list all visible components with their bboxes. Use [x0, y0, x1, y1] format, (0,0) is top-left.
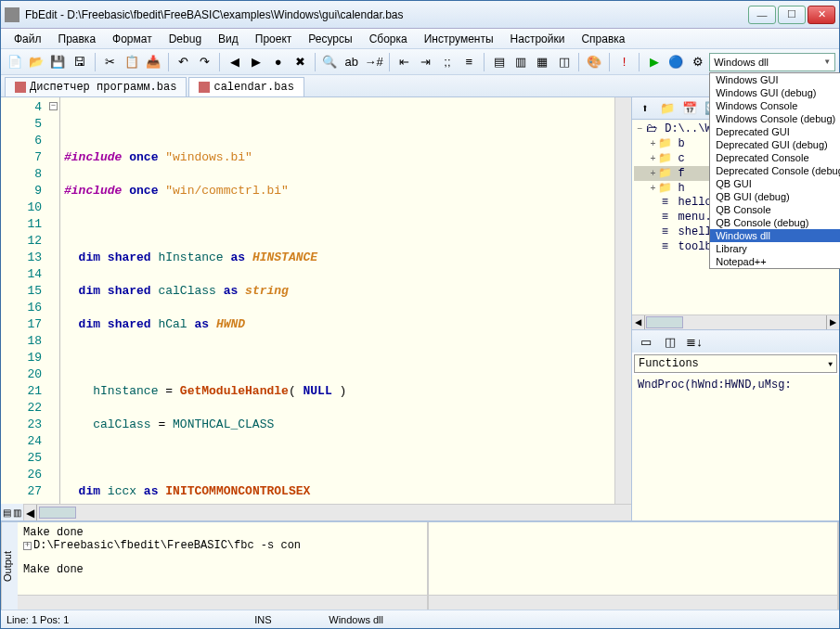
- menu-настройки[interactable]: Настройки: [503, 31, 573, 47]
- window-title: FbEdit - D:\Freebasic\fbedit\FreeBASIC\e…: [25, 8, 748, 21]
- view-hsplit-icon[interactable]: ▥: [510, 52, 530, 72]
- line-gutter: 4567891011121314151617181920212223242526…: [1, 97, 47, 504]
- build-target-dropdown[interactable]: Windows GUIWindows GUI (debug)Windows Co…: [709, 72, 840, 269]
- bookmark-prev-icon[interactable]: ◀: [225, 52, 244, 72]
- save-icon[interactable]: 💾: [48, 52, 68, 72]
- file-icon: [199, 82, 210, 93]
- titlebar[interactable]: FbEdit - D:\Freebasic\fbedit\FreeBASIC\e…: [1, 1, 839, 29]
- combo-option[interactable]: Notepad++: [710, 255, 840, 268]
- indent-left-icon[interactable]: ⇤: [394, 52, 413, 72]
- build-target-combo[interactable]: Windows dll Windows GUIWindows GUI (debu…: [709, 53, 835, 71]
- comment-icon[interactable]: ;;: [437, 52, 457, 72]
- app-window: FbEdit - D:\Freebasic\fbedit\FreeBASIC\e…: [0, 0, 840, 629]
- fold-column[interactable]: −: [47, 97, 60, 504]
- indent-right-icon[interactable]: ⇥: [416, 52, 435, 72]
- undo-icon[interactable]: ↶: [174, 52, 193, 72]
- menu-формат[interactable]: Формат: [105, 31, 160, 47]
- output-tab-label[interactable]: Output: [1, 522, 18, 610]
- output-left-hscroll[interactable]: [18, 595, 427, 610]
- menubar: ФайлПравкаФорматDebugВидПроектРесурсыСбо…: [1, 29, 839, 49]
- save-as-icon[interactable]: 🖫: [70, 52, 89, 72]
- combo-option[interactable]: Deprecated Console (debug): [710, 164, 840, 177]
- open-file-icon[interactable]: 📂: [26, 52, 45, 72]
- find-icon[interactable]: 🔍: [320, 52, 340, 72]
- func-view1-icon[interactable]: ▭: [636, 331, 656, 352]
- cut-icon[interactable]: ✂: [99, 52, 119, 72]
- output-left[interactable]: Make done +D:\Freebasic\fbedit\FreeBASIC…: [18, 522, 429, 610]
- file-tab-0[interactable]: Диспетчер программ.bas: [5, 77, 187, 96]
- combo-option[interactable]: Windows Console (debug): [710, 112, 840, 125]
- debug-icon[interactable]: 🔵: [666, 52, 685, 72]
- combo-option[interactable]: QB GUI (debug): [710, 190, 840, 203]
- replace-icon[interactable]: ab: [342, 52, 361, 72]
- output-right[interactable]: [429, 522, 840, 610]
- paste-icon[interactable]: 📥: [143, 52, 162, 72]
- bookmark-toggle-icon[interactable]: ●: [268, 52, 288, 72]
- goto-icon[interactable]: →#: [364, 52, 384, 72]
- bookmark-next-icon[interactable]: ▶: [247, 52, 266, 72]
- bookmark-clear-icon[interactable]: ✖: [290, 52, 309, 72]
- editor-vscrollbar[interactable]: [614, 97, 631, 504]
- palette-icon[interactable]: 🎨: [584, 52, 603, 72]
- tree-up-icon[interactable]: ⬆: [636, 99, 654, 118]
- view-grid-icon[interactable]: ▦: [533, 52, 552, 72]
- split-h-icon[interactable]: ▤: [3, 507, 11, 518]
- combo-option[interactable]: QB Console: [710, 203, 840, 216]
- status-mode: Windows dll: [329, 614, 384, 625]
- function-list[interactable]: WndProc(hWnd:HWND,uMsg:: [632, 375, 839, 520]
- combo-option[interactable]: Library: [710, 242, 840, 255]
- menu-правка[interactable]: Правка: [51, 31, 104, 47]
- split-controls[interactable]: ▤ ▥: [1, 504, 24, 520]
- copy-icon[interactable]: 📋: [122, 52, 141, 72]
- split-v-icon[interactable]: ▥: [13, 507, 21, 518]
- run-icon[interactable]: ▶: [644, 52, 664, 72]
- new-file-icon[interactable]: 📄: [5, 52, 24, 72]
- close-button[interactable]: ✕: [808, 6, 835, 24]
- code-editor[interactable]: 4567891011121314151617181920212223242526…: [1, 97, 631, 504]
- combo-option[interactable]: Windows Console: [710, 99, 840, 112]
- uncomment-icon[interactable]: ≡: [459, 52, 479, 72]
- menu-debug[interactable]: Debug: [162, 31, 209, 47]
- combo-option[interactable]: Deprecated GUI: [710, 125, 840, 138]
- toolbar: 📄 📂 💾 🖫 ✂ 📋 📥 ↶ ↷ ◀ ▶ ● ✖ 🔍 ab →# ⇤ ⇥ ;;…: [1, 49, 839, 75]
- tree-date-icon[interactable]: 📅: [680, 99, 699, 118]
- combo-option[interactable]: Deprecated GUI (debug): [710, 138, 840, 151]
- menu-проект[interactable]: Проект: [248, 31, 300, 47]
- app-icon: [5, 7, 19, 22]
- editor-hscrollbar[interactable]: ◀: [24, 504, 631, 520]
- output-panel: Output Make done +D:\Freebasic\fbedit\Fr…: [1, 520, 839, 610]
- statusbar: Line: 1 Pos: 1 INS Windows dll: [1, 610, 839, 628]
- stop-icon[interactable]: !: [614, 52, 634, 72]
- file-tab-1[interactable]: calendar.bas: [188, 77, 304, 96]
- combo-option[interactable]: Windows GUI: [710, 73, 840, 86]
- code-text[interactable]: #include once "windows.bi" #include once…: [60, 97, 614, 504]
- function-panel: ▭ ◫ ≣↓ Functions WndProc(hWnd:HWND,uMsg:: [632, 329, 839, 520]
- combo-option[interactable]: QB Console (debug): [710, 216, 840, 229]
- combo-option[interactable]: Windows dll: [710, 229, 840, 242]
- view-dock-icon[interactable]: ◫: [554, 52, 574, 72]
- menu-ресурсы[interactable]: Ресурсы: [301, 31, 359, 47]
- menu-файл[interactable]: Файл: [6, 31, 49, 47]
- compile-icon[interactable]: ⚙: [688, 52, 707, 72]
- menu-сборка[interactable]: Сборка: [362, 31, 415, 47]
- output-fold-icon[interactable]: +: [23, 542, 32, 550]
- combo-option[interactable]: QB GUI: [710, 177, 840, 190]
- minimize-button[interactable]: —: [748, 6, 776, 24]
- func-view2-icon[interactable]: ◫: [660, 331, 680, 352]
- func-sort-icon[interactable]: ≣↓: [684, 331, 704, 352]
- menu-инструменты[interactable]: Инструменты: [417, 31, 501, 47]
- output-right-hscroll[interactable]: [429, 595, 838, 610]
- function-select[interactable]: Functions: [634, 354, 837, 373]
- menu-справка[interactable]: Справка: [574, 31, 632, 47]
- file-icon: [15, 82, 26, 93]
- redo-icon[interactable]: ↷: [195, 52, 214, 72]
- combo-option[interactable]: Windows GUI (debug): [710, 86, 840, 99]
- tree-hscrollbar[interactable]: ◀▶: [632, 314, 839, 329]
- menu-вид[interactable]: Вид: [211, 31, 246, 47]
- view-split-icon[interactable]: ▤: [489, 52, 509, 72]
- tree-folder-icon[interactable]: 📁: [658, 99, 677, 118]
- editor-pane: 4567891011121314151617181920212223242526…: [1, 97, 631, 520]
- combo-option[interactable]: Deprecated Console: [710, 151, 840, 164]
- combo-value: Windows dll: [714, 57, 769, 68]
- maximize-button[interactable]: ☐: [778, 6, 806, 24]
